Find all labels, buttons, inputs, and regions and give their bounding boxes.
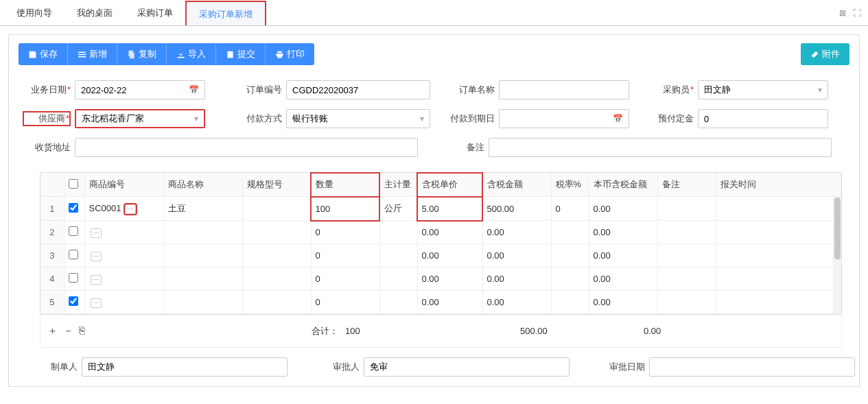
- check-all[interactable]: [69, 179, 78, 189]
- lookup-icon[interactable]: ⋯: [91, 275, 102, 285]
- cell-tax[interactable]: 0: [551, 197, 589, 221]
- col-name[interactable]: 商品名称: [163, 173, 242, 197]
- cell-spec[interactable]: [242, 221, 311, 244]
- cell-local-amount[interactable]: 0.00: [589, 197, 657, 221]
- cell-spec[interactable]: [242, 244, 311, 268]
- import-button[interactable]: 导入: [167, 43, 216, 65]
- cell-amount[interactable]: 0.00: [482, 221, 551, 244]
- cell-code[interactable]: ⋯: [84, 291, 163, 314]
- cell-uom[interactable]: [379, 268, 417, 291]
- cell-qty[interactable]: 100: [311, 197, 379, 221]
- chevron-down-icon[interactable]: ▾: [194, 114, 198, 123]
- cell-amount[interactable]: 500.00: [482, 197, 551, 221]
- cell-price[interactable]: 0.00: [417, 268, 482, 291]
- col-amount[interactable]: 含税金额: [482, 173, 551, 197]
- cell-qty[interactable]: 0: [311, 268, 379, 291]
- save-button[interactable]: 保存: [19, 43, 68, 65]
- calendar-icon[interactable]: 📅: [189, 85, 199, 95]
- col-uom[interactable]: 主计量: [379, 173, 417, 197]
- cell-remark[interactable]: [657, 244, 716, 268]
- cell-customs-time[interactable]: [716, 291, 841, 314]
- cell-name[interactable]: [163, 291, 242, 314]
- buyer-select[interactable]: ▾: [698, 80, 828, 99]
- print-button[interactable]: 打印: [266, 43, 314, 65]
- cell-uom[interactable]: 公斤: [379, 197, 417, 221]
- row-check[interactable]: [64, 268, 84, 291]
- cell-price[interactable]: 0.00: [417, 221, 482, 244]
- col-spec[interactable]: 规格型号: [242, 173, 311, 197]
- cell-name[interactable]: 土豆: [163, 197, 242, 221]
- calendar-icon[interactable]: 📅: [613, 114, 623, 123]
- cell-tax[interactable]: [551, 244, 589, 268]
- col-customs-time[interactable]: 报关时间: [716, 173, 841, 197]
- ship-addr-input[interactable]: [75, 138, 418, 157]
- col-qty[interactable]: 数量: [311, 173, 379, 197]
- prepay-input[interactable]: [698, 109, 828, 128]
- approver-input[interactable]: [364, 357, 570, 377]
- lookup-icon[interactable]: ⋯: [91, 298, 102, 308]
- col-local-amount[interactable]: 本币含税金额: [589, 173, 657, 197]
- tab-guide[interactable]: 使用向导: [4, 1, 64, 25]
- table-row[interactable]: 1 SC0001 ⋯ 土豆 100 公斤 5.00 500.00 0 0.00: [40, 197, 841, 221]
- cell-uom[interactable]: [379, 221, 417, 244]
- pay-method-select[interactable]: ▾: [286, 109, 430, 128]
- chevron-down-icon[interactable]: ▾: [420, 114, 424, 123]
- cell-customs-time[interactable]: [716, 244, 841, 268]
- fullscreen-icon[interactable]: ⛶: [853, 8, 861, 18]
- tab-po-new[interactable]: 采购订单新增: [185, 1, 266, 25]
- cell-tax[interactable]: [551, 221, 589, 244]
- tab-desktop[interactable]: 我的桌面: [64, 1, 125, 25]
- cell-spec[interactable]: [242, 291, 311, 314]
- col-price[interactable]: 含税单价: [417, 173, 482, 197]
- pay-due-input[interactable]: 📅: [499, 109, 629, 128]
- order-no-input[interactable]: [286, 80, 430, 99]
- cell-spec[interactable]: [242, 197, 311, 221]
- row-check[interactable]: [64, 197, 84, 221]
- cell-code[interactable]: ⋯: [84, 221, 163, 244]
- cell-name[interactable]: [163, 221, 242, 244]
- cell-amount[interactable]: 0.00: [482, 268, 551, 291]
- cell-qty[interactable]: 0: [311, 291, 379, 314]
- cell-qty[interactable]: 0: [311, 221, 379, 244]
- copy-row-icon[interactable]: ⎘: [79, 324, 85, 337]
- cell-code[interactable]: ⋯: [84, 244, 163, 268]
- cell-customs-time[interactable]: [716, 268, 841, 291]
- cell-local-amount[interactable]: 0.00: [589, 268, 657, 291]
- col-remark[interactable]: 备注: [657, 173, 716, 197]
- chevron-down-icon[interactable]: ▾: [818, 85, 822, 95]
- col-check[interactable]: [64, 173, 84, 197]
- cell-qty[interactable]: 0: [311, 244, 379, 268]
- tab-po-list[interactable]: 采购订单: [125, 1, 185, 25]
- maker-input[interactable]: [82, 357, 288, 377]
- cell-local-amount[interactable]: 0.00: [589, 221, 657, 244]
- cell-remark[interactable]: [657, 268, 716, 291]
- cell-remark[interactable]: [657, 291, 716, 314]
- vertical-scrollbar[interactable]: [833, 196, 841, 314]
- submit-button[interactable]: 提交: [216, 43, 266, 65]
- cell-uom[interactable]: [379, 291, 417, 314]
- cell-local-amount[interactable]: 0.00: [589, 291, 657, 314]
- cell-price[interactable]: 5.00: [417, 197, 482, 221]
- table-row[interactable]: 2 ⋯ 0 0.00 0.00 0.00: [40, 221, 841, 244]
- cell-remark[interactable]: [657, 197, 716, 221]
- cell-price[interactable]: 0.00: [417, 291, 482, 314]
- cell-name[interactable]: [163, 268, 242, 291]
- lookup-icon[interactable]: ⋯: [91, 228, 102, 238]
- cell-amount[interactable]: 0.00: [482, 291, 551, 314]
- close-icon[interactable]: ⊠: [839, 8, 846, 18]
- add-row-icon[interactable]: ＋: [47, 324, 58, 337]
- cell-customs-time[interactable]: [716, 197, 841, 221]
- cell-tax[interactable]: [551, 268, 589, 291]
- table-row[interactable]: 3 ⋯ 0 0.00 0.00 0.00: [40, 244, 841, 268]
- copy-button[interactable]: 复制: [117, 43, 167, 65]
- col-code[interactable]: 商品编号: [84, 173, 163, 197]
- order-name-input[interactable]: [499, 80, 629, 99]
- remove-row-icon[interactable]: －: [63, 324, 73, 337]
- cell-uom[interactable]: [379, 244, 417, 268]
- table-row[interactable]: 4 ⋯ 0 0.00 0.00 0.00: [40, 268, 841, 291]
- cell-spec[interactable]: [242, 268, 311, 291]
- cell-customs-time[interactable]: [716, 221, 841, 244]
- table-row[interactable]: 5 ⋯ 0 0.00 0.00 0.00: [40, 291, 841, 314]
- row-check[interactable]: [64, 244, 84, 268]
- biz-date-input[interactable]: 📅: [75, 80, 205, 99]
